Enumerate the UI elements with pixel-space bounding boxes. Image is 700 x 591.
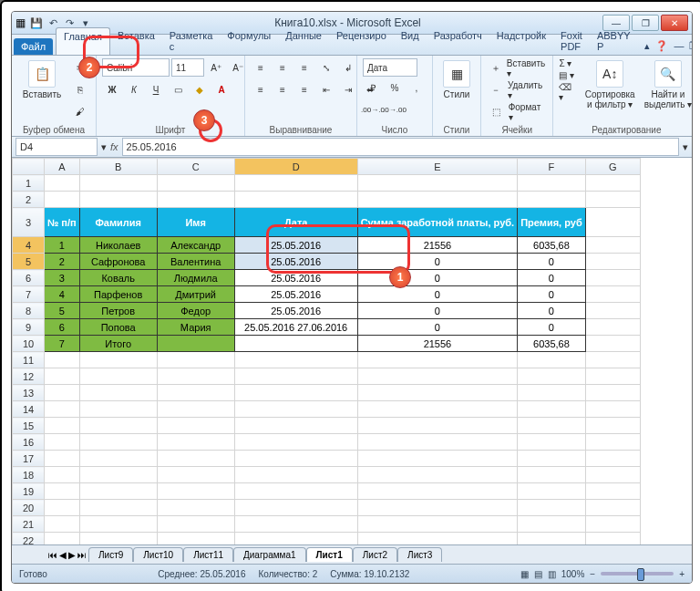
cell[interactable]: 21556 xyxy=(357,237,518,254)
sheet-nav-prev-icon[interactable]: ◀ xyxy=(59,550,67,560)
cell[interactable]: Сафронова xyxy=(79,254,157,270)
row-header-22[interactable]: 22 xyxy=(13,533,45,545)
cell[interactable] xyxy=(79,500,157,516)
cell[interactable] xyxy=(585,336,640,352)
cell[interactable]: 0 xyxy=(357,286,518,303)
cell[interactable]: 4 xyxy=(45,286,80,303)
number-format-combo[interactable]: Дата xyxy=(363,58,417,77)
cell[interactable] xyxy=(357,434,518,451)
tab-вид[interactable]: Вид xyxy=(394,27,427,55)
cell[interactable] xyxy=(157,352,234,368)
cell[interactable] xyxy=(585,368,640,385)
cell[interactable]: 25.05.2016 xyxy=(234,254,357,270)
sheet-tab-Лист9[interactable]: Лист9 xyxy=(88,547,133,562)
cell[interactable] xyxy=(518,533,586,545)
cell[interactable] xyxy=(45,451,80,467)
cell[interactable]: Дмитрий xyxy=(157,286,234,303)
cell[interactable]: 0 xyxy=(357,303,518,319)
sheet-nav-first-icon[interactable]: ⏮ xyxy=(48,550,57,560)
sheet-tab-Лист2[interactable]: Лист2 xyxy=(353,547,397,562)
cell[interactable] xyxy=(79,533,157,545)
cell[interactable] xyxy=(79,175,157,192)
cell[interactable] xyxy=(157,516,234,533)
cell[interactable]: Премия, руб xyxy=(518,208,586,237)
row-header-20[interactable]: 20 xyxy=(13,500,45,516)
cell[interactable] xyxy=(234,434,357,451)
cell[interactable] xyxy=(157,385,234,401)
cell[interactable]: 0 xyxy=(357,270,518,286)
zoom-slider[interactable] xyxy=(601,572,674,575)
cell[interactable] xyxy=(357,192,518,208)
cell[interactable] xyxy=(157,483,234,500)
cell[interactable] xyxy=(45,483,80,500)
sheet-tab-Лист11[interactable]: Лист11 xyxy=(183,547,233,562)
tab-разработч[interactable]: Разработч xyxy=(427,27,489,55)
cell[interactable] xyxy=(157,533,234,545)
cell[interactable] xyxy=(157,434,234,451)
cell[interactable] xyxy=(518,401,586,418)
tab-abbyy p[interactable]: ABBYY P xyxy=(590,27,638,55)
cell[interactable] xyxy=(357,401,518,418)
cell[interactable] xyxy=(357,533,518,545)
cell[interactable]: 6035,68 xyxy=(518,336,586,352)
sheet-tab-Лист3[interactable]: Лист3 xyxy=(397,547,442,562)
wrap-text-button[interactable]: ↲ xyxy=(338,58,358,78)
cell[interactable]: 25.05.2016 27.06.2016 xyxy=(234,319,357,336)
sheet-tab-Диаграмма1[interactable]: Диаграмма1 xyxy=(233,547,306,562)
cell[interactable] xyxy=(79,368,157,385)
cell[interactable] xyxy=(357,500,518,516)
cell[interactable] xyxy=(45,385,80,401)
format-cells-button[interactable]: Формат ▾ xyxy=(509,102,548,122)
cell[interactable]: 2 xyxy=(45,254,80,270)
cell[interactable] xyxy=(585,401,640,418)
cell[interactable]: 0 xyxy=(518,254,586,270)
sheet-nav-last-icon[interactable]: ⏭ xyxy=(77,550,87,560)
cell[interactable] xyxy=(585,533,640,545)
cell[interactable]: 25.05.2016 xyxy=(234,270,357,286)
cell[interactable] xyxy=(234,516,357,533)
cell[interactable] xyxy=(157,175,234,192)
cell[interactable]: 0 xyxy=(518,270,586,286)
tab-разметка с[interactable]: Разметка с xyxy=(162,27,221,55)
cell[interactable] xyxy=(157,467,234,483)
cell[interactable] xyxy=(234,451,357,467)
tab-главная[interactable]: Главная xyxy=(56,27,110,55)
sort-filter-button[interactable]: A↕Сортировка и фильтр ▾ xyxy=(582,58,639,111)
row-header-4[interactable]: 4 xyxy=(13,237,45,254)
cell[interactable] xyxy=(157,368,234,385)
cell[interactable] xyxy=(518,483,586,500)
worksheet-area[interactable]: ABCDEFG 123№ п/пФамилияИмяДатаСумма зара… xyxy=(12,158,692,544)
cell[interactable] xyxy=(518,385,586,401)
cell[interactable] xyxy=(234,467,357,483)
cell[interactable] xyxy=(234,385,357,401)
percent-button[interactable]: % xyxy=(385,78,405,98)
increase-decimal-button[interactable]: .00→.0 xyxy=(363,100,383,120)
border-button[interactable]: ▭ xyxy=(168,80,188,100)
cell[interactable]: 21556 xyxy=(357,336,518,352)
italic-button[interactable]: К xyxy=(124,80,144,100)
orientation-button[interactable]: ⤡ xyxy=(316,58,336,78)
cell[interactable]: Людмила xyxy=(157,270,234,286)
cell[interactable] xyxy=(357,467,518,483)
currency-button[interactable]: ₽ xyxy=(363,78,383,98)
cell[interactable] xyxy=(585,418,640,434)
cell[interactable] xyxy=(45,418,80,434)
cell[interactable] xyxy=(157,192,234,208)
cell[interactable] xyxy=(518,516,586,533)
cell[interactable] xyxy=(518,175,586,192)
formula-input[interactable]: 25.05.2016 xyxy=(122,138,679,156)
cell[interactable]: Валентина xyxy=(157,254,234,270)
cell[interactable] xyxy=(79,192,157,208)
cell[interactable] xyxy=(585,500,640,516)
row-header-1[interactable]: 1 xyxy=(13,175,45,192)
cell[interactable] xyxy=(234,483,357,500)
cell[interactable]: Федор xyxy=(157,303,234,319)
cell[interactable]: 0 xyxy=(518,319,586,336)
cell[interactable] xyxy=(357,451,518,467)
decrease-indent-button[interactable]: ⇤ xyxy=(316,80,336,100)
cell[interactable] xyxy=(585,434,640,451)
cell[interactable] xyxy=(518,192,586,208)
autosum-button[interactable]: Σ ▾ xyxy=(559,58,578,68)
sheet-tab-Лист1[interactable]: Лист1 xyxy=(306,547,353,562)
fill-button[interactable]: ▤ ▾ xyxy=(559,70,578,80)
